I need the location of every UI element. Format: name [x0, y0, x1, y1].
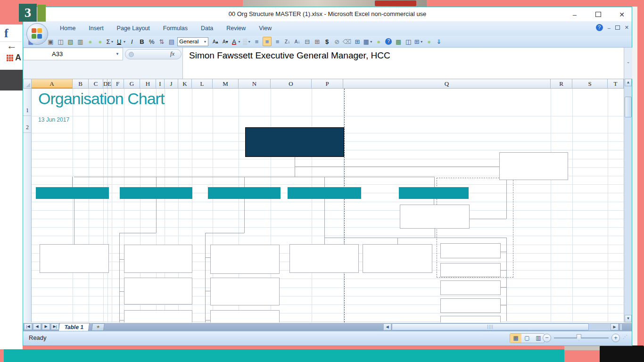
toolbar-icon-autosum[interactable]: Σ▼ [106, 37, 114, 46]
ribbon-tab-page-layout[interactable]: Page Layout [110, 21, 157, 36]
org-box[interactable] [124, 310, 192, 322]
close-button[interactable]: ✕ [615, 10, 629, 19]
toolbar-icon-italic[interactable]: I [128, 37, 136, 46]
toolbar-icon-percent-style[interactable]: % [148, 37, 156, 46]
org-box[interactable] [400, 205, 470, 229]
column-header-e[interactable]: E [107, 79, 112, 89]
ribbon-tab-home[interactable]: Home [53, 21, 82, 36]
org-box[interactable] [440, 316, 501, 322]
toolbar-icon-pivot-table[interactable]: ▦▼ [363, 37, 372, 46]
title-bar[interactable]: 00 Org Structure MASTER (1).xlsx - Micro… [23, 7, 632, 21]
ribbon-minimize-button[interactable]: – [608, 25, 611, 31]
zoom-out-button[interactable]: − [543, 334, 551, 342]
sheet-tab-table1[interactable]: Table 1 [58, 323, 90, 331]
org-box-executive[interactable] [245, 127, 344, 157]
vertical-scrollbar[interactable]: ▲ ▼ [624, 79, 632, 322]
name-box-dropdown-icon[interactable]: ▼ [116, 52, 119, 56]
org-bar-division[interactable] [36, 187, 109, 199]
next-sheet-icon[interactable]: ▶ [42, 323, 50, 330]
column-header-r[interactable]: R [551, 79, 572, 89]
row-header-1[interactable]: 1 [23, 89, 32, 116]
toolbar-icon-workbook[interactable]: ▥ [76, 37, 84, 46]
column-header-j[interactable]: J [165, 79, 178, 89]
scroll-right-icon[interactable]: ▶ [611, 323, 619, 330]
prev-sheet-icon[interactable]: ◀ [33, 323, 41, 330]
desktop-tile-green[interactable] [37, 5, 46, 22]
tab-split-handle[interactable] [620, 323, 622, 330]
ribbon-tab-data[interactable]: Data [194, 21, 220, 36]
toolbar-icon-underline[interactable]: U▼ [116, 37, 126, 46]
view-page-layout-button[interactable]: ▢ [521, 334, 533, 343]
toolbar-icon-print[interactable]: ▣ [47, 37, 55, 46]
org-bar-division[interactable] [208, 187, 281, 199]
toolbar-icon-eraser[interactable]: ⌫ [343, 37, 351, 46]
scroll-up-icon[interactable]: ▲ [625, 79, 632, 86]
workbook-restore-button[interactable] [615, 25, 620, 31]
column-header-t[interactable]: T [608, 79, 624, 89]
toolbar-icon-picture[interactable]: ▩ [395, 37, 403, 46]
column-header-b[interactable]: B [73, 79, 89, 89]
org-bar-division[interactable] [120, 187, 192, 199]
org-box[interactable] [124, 245, 192, 273]
formula-bar-expand-button[interactable]: ⌄ [624, 48, 632, 79]
org-box[interactable] [363, 244, 432, 273]
toolbar-icon-bold[interactable]: B [138, 37, 146, 46]
org-box[interactable] [440, 263, 501, 277]
org-box[interactable] [440, 243, 501, 258]
column-header-g[interactable]: G [124, 79, 140, 89]
toolbar-icon-increase-font[interactable]: A▴ [211, 37, 219, 46]
vertical-scroll-thumb[interactable] [625, 97, 632, 117]
toolbar-icon-wrap-text[interactable]: ⇅ [157, 37, 165, 46]
toolbar-icon-option-green-2[interactable]: ● [96, 37, 104, 46]
toolbar-icon-font-color[interactable]: A▼ [231, 37, 241, 46]
org-box[interactable] [440, 298, 501, 313]
workbook-close-button[interactable]: ✕ [625, 25, 629, 31]
toolbar-icon-align-center[interactable]: ≡ [263, 37, 272, 46]
column-header-a[interactable]: A [32, 79, 73, 89]
sheet-grid[interactable]: Organisation Chart13 Jun 2017 [32, 89, 624, 322]
org-box[interactable] [124, 278, 192, 304]
apps-grid-icon[interactable] [7, 55, 14, 62]
column-header-m[interactable]: M [213, 79, 239, 89]
toolbar-icon-align-right[interactable]: ≡ [273, 37, 281, 46]
column-header-q[interactable]: Q [343, 79, 551, 89]
column-header-l[interactable]: L [192, 79, 213, 89]
zoom-slider-track[interactable] [554, 337, 609, 338]
ribbon-tab-insert[interactable]: Insert [82, 21, 110, 36]
toolbar-icon-paste[interactable]: ▧ [66, 37, 74, 46]
insert-worksheet-tab[interactable]: ✦ [91, 323, 105, 331]
column-header-d[interactable]: D [103, 79, 107, 89]
facebook-icon[interactable]: f [4, 26, 15, 39]
scroll-left-icon[interactable]: ◀ [383, 323, 391, 330]
first-sheet-icon[interactable]: |◀ [24, 323, 32, 330]
toolbar-icon-option-green-3[interactable]: ● [375, 37, 383, 46]
ribbon-tab-view[interactable]: View [252, 21, 278, 36]
org-box[interactable] [289, 244, 359, 273]
toolbar-icon-accounting-format[interactable]: $ [323, 37, 331, 46]
toolbar-icon-sort-descending[interactable]: Z↓ [283, 37, 291, 46]
toolbar-icon-more-commands[interactable]: ⇓ [435, 37, 443, 46]
select-all-corner[interactable] [23, 79, 32, 89]
column-header-o[interactable]: O [271, 79, 312, 89]
scroll-down-icon[interactable]: ▼ [625, 315, 632, 322]
desktop-tile-3[interactable]: 3 [19, 4, 37, 22]
name-box[interactable]: A33 [23, 48, 123, 60]
column-header-f[interactable]: F [112, 79, 124, 89]
ribbon-tab-formulas[interactable]: Formulas [157, 21, 194, 36]
org-box[interactable] [440, 280, 501, 295]
resize-grip[interactable]: ⋰ [623, 334, 628, 339]
org-box[interactable] [210, 245, 280, 274]
toolbar-icon-all-borders[interactable]: ⊞ [313, 37, 321, 46]
toolbar-icon-option-green-1[interactable]: ● [86, 37, 94, 46]
column-header-k[interactable]: K [178, 79, 192, 89]
org-bar-division[interactable] [399, 187, 469, 199]
org-box[interactable] [499, 152, 568, 180]
toolbar-icon-print-preview[interactable]: ◫ [57, 37, 65, 46]
horizontal-scroll-thumb[interactable]: |||| [392, 323, 589, 330]
org-box[interactable] [40, 244, 109, 273]
toolbar-icon-table[interactable]: ⊞ [353, 37, 361, 46]
toolbar-icon-option-green-4[interactable]: ● [425, 37, 433, 46]
column-header-i[interactable]: I [156, 79, 165, 89]
column-header-p[interactable]: P [312, 79, 343, 89]
column-header-s[interactable]: S [572, 79, 608, 89]
